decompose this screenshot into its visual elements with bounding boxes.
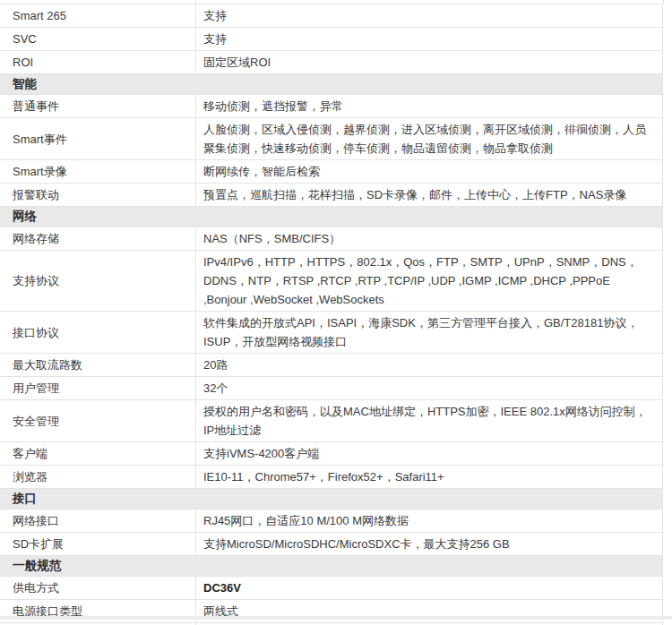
- spec-row: SD卡扩展支持MicroSD/MicroSDHC/MicroSDXC卡，最大支持…: [0, 533, 662, 556]
- spec-name-cell: 接口协议: [0, 312, 195, 353]
- spec-row: 网络接口RJ45网口，自适应10 M/100 M网络数据: [0, 509, 662, 533]
- spec-row: 客户端支持iVMS-4200客户端: [0, 442, 662, 466]
- spec-row: ROI固定区域ROI: [0, 51, 662, 74]
- section-title: 智能: [13, 76, 37, 92]
- spec-value: 软件集成的开放式API，ISAPI，海康SDK，第三方管理平台接入，GB/T28…: [203, 313, 653, 351]
- spec-value: 支持iVMS-4200客户端: [203, 444, 319, 463]
- spec-value-cell: IPv4/IPv6，HTTP，HTTPS，802.1x，Qos，FTP，SMTP…: [195, 251, 662, 311]
- spec-value-cell: 支持: [195, 28, 662, 50]
- spec-value-cell: 支持iVMS-4200客户端: [195, 442, 662, 465]
- spec-name: 接口协议: [13, 323, 59, 342]
- spec-value-cell: 固定区域ROI: [195, 51, 662, 73]
- spec-row: Smart录像断网续传，智能后检索: [0, 160, 662, 184]
- spec-name-cell: 报警联动: [0, 184, 195, 206]
- spec-name-cell: Smart录像: [0, 160, 195, 183]
- spec-value: 支持: [203, 6, 227, 25]
- spec-name: Smart录像: [13, 162, 67, 181]
- spec-row: 安全管理授权的用户名和密码，以及MAC地址绑定，HTTPS加密，IEEE 802…: [0, 400, 662, 442]
- section-header-row: 网络: [0, 207, 662, 227]
- spec-name-cell: 浏览器: [0, 466, 195, 488]
- spec-value: 支持: [203, 30, 227, 48]
- spec-name-cell: 用户管理: [0, 377, 195, 399]
- spec-value-cell: IE10-11，Chrome57+，Firefox52+，Safari11+: [195, 466, 662, 488]
- spec-name: ROI: [13, 53, 33, 72]
- spec-name-cell: 网络存储: [0, 227, 195, 250]
- section-title: 一般规范: [13, 558, 61, 574]
- spec-row: 最大取流路数20路: [0, 354, 662, 377]
- spec-row: Smart 265支持: [0, 4, 662, 28]
- spec-value: NAS（NFS，SMB/CIFS）: [203, 229, 340, 248]
- spec-row: 用户管理32个: [0, 377, 662, 400]
- spec-name-cell: 网络接口: [0, 509, 195, 532]
- section-header-row: 接口: [0, 489, 662, 509]
- spec-name-cell: 支持协议: [0, 251, 195, 311]
- section-title: 接口: [13, 491, 37, 507]
- spec-row: 支持协议IPv4/IPv6，HTTP，HTTPS，802.1x，Qos，FTP，…: [0, 251, 662, 312]
- spec-row: 接口协议软件集成的开放式API，ISAPI，海康SDK，第三方管理平台接入，GB…: [0, 312, 662, 354]
- spec-name: SVC: [13, 30, 37, 48]
- spec-value-cell: 20路: [195, 354, 662, 376]
- spec-name-cell: ROI: [0, 51, 195, 73]
- spec-value-cell: 预置点，巡航扫描，花样扫描，SD卡录像，邮件，上传中心，上传FTP，NAS录像: [195, 184, 662, 206]
- spec-value: 支持MicroSD/MicroSDHC/MicroSDXC卡，最大支持256 G…: [203, 535, 510, 553]
- spec-name: Smart 265: [13, 6, 66, 25]
- spec-name: 供电方式: [13, 578, 59, 597]
- spec-name-cell: SVC: [0, 28, 195, 50]
- spec-name-cell: Smart 265: [0, 4, 195, 27]
- section-header-row: 智能: [0, 74, 662, 95]
- spec-row: 浏览器IE10-11，Chrome57+，Firefox52+，Safari11…: [0, 466, 662, 489]
- spec-name: 支持协议: [13, 271, 59, 290]
- spec-name: 安全管理: [13, 412, 59, 431]
- spec-value: RJ45网口，自适应10 M/100 M网络数据: [203, 511, 409, 530]
- spec-value: 人脸侦测，区域入侵侦测，越界侦测，进入区域侦测，离开区域侦测，徘徊侦测，人员聚集…: [203, 120, 653, 158]
- spec-value: IE10-11，Chrome57+，Firefox52+，Safari11+: [203, 467, 444, 486]
- spec-row: Smart事件人脸侦测，区域入侵侦测，越界侦测，进入区域侦测，离开区域侦测，徘徊…: [0, 118, 662, 160]
- spec-value-cell: 人脸侦测，区域入侵侦测，越界侦测，进入区域侦测，离开区域侦测，徘徊侦测，人员聚集…: [195, 118, 662, 159]
- spec-name-cell: 安全管理: [0, 400, 195, 441]
- spec-value-cell: 断网续传，智能后检索: [195, 160, 662, 183]
- spec-name: 最大取流路数: [13, 355, 82, 374]
- section-header-row: 一般规范: [0, 556, 662, 577]
- spec-row: 普通事件移动侦测，遮挡报警，异常: [0, 95, 662, 118]
- spec-name-cell: 供电方式: [0, 577, 195, 599]
- spec-name: 网络存储: [13, 229, 59, 248]
- spec-value-cell: RJ45网口，自适应10 M/100 M网络数据: [195, 509, 662, 532]
- spec-name: 用户管理: [13, 379, 59, 398]
- spec-value-cell: DC36V: [195, 577, 662, 599]
- spec-value-cell: 软件集成的开放式API，ISAPI，海康SDK，第三方管理平台接入，GB/T28…: [195, 312, 662, 353]
- spec-name-cell: 普通事件: [0, 95, 195, 117]
- spec-row: 网络存储NAS（NFS，SMB/CIFS）: [0, 227, 662, 251]
- page-bottom-divider: [0, 616, 672, 620]
- spec-name-cell: Smart事件: [0, 118, 195, 159]
- spec-name-cell: 客户端: [0, 442, 195, 465]
- spec-value: 固定区域ROI: [203, 53, 271, 72]
- section-title: 网络: [13, 209, 37, 225]
- spec-name: SD卡扩展: [13, 535, 64, 553]
- spec-name: Smart事件: [13, 130, 67, 149]
- spec-row: 电源接口类型两线式: [0, 600, 662, 623]
- spec-name: 普通事件: [13, 97, 59, 116]
- spec-value-cell: NAS（NFS，SMB/CIFS）: [195, 227, 662, 250]
- spec-value-cell: 移动侦测，遮挡报警，异常: [195, 95, 662, 117]
- spec-value: DC36V: [203, 578, 241, 597]
- spec-value-cell: 32个: [195, 377, 662, 399]
- spec-name: 报警联动: [13, 185, 59, 204]
- spec-value: 移动侦测，遮挡报警，异常: [203, 97, 343, 116]
- spec-table: Smart 265支持SVC支持ROI固定区域ROI智能普通事件移动侦测，遮挡报…: [0, 4, 663, 625]
- table-right-border-stub: [663, 0, 664, 4]
- spec-name: 网络接口: [13, 511, 59, 530]
- spec-name-cell: SD卡扩展: [0, 533, 195, 555]
- spec-value-cell: 支持: [195, 4, 662, 27]
- spec-value-cell: 支持MicroSD/MicroSDHC/MicroSDXC卡，最大支持256 G…: [195, 533, 662, 555]
- spec-value: 32个: [203, 379, 228, 398]
- spec-value: IPv4/IPv6，HTTP，HTTPS，802.1x，Qos，FTP，SMTP…: [203, 253, 653, 309]
- spec-value: 20路: [203, 355, 228, 374]
- spec-row: SVC支持: [0, 28, 662, 51]
- spec-value-cell: 授权的用户名和密码，以及MAC地址绑定，HTTPS加密，IEEE 802.1x网…: [195, 400, 662, 441]
- spec-name: 客户端: [13, 444, 47, 463]
- spec-row: 报警联动预置点，巡航扫描，花样扫描，SD卡录像，邮件，上传中心，上传FTP，NA…: [0, 184, 662, 207]
- spec-name-cell: 最大取流路数: [0, 354, 195, 376]
- spec-row: 供电方式DC36V: [0, 577, 662, 600]
- spec-name: 浏览器: [13, 467, 47, 486]
- spec-value: 授权的用户名和密码，以及MAC地址绑定，HTTPS加密，IEEE 802.1x网…: [203, 402, 653, 440]
